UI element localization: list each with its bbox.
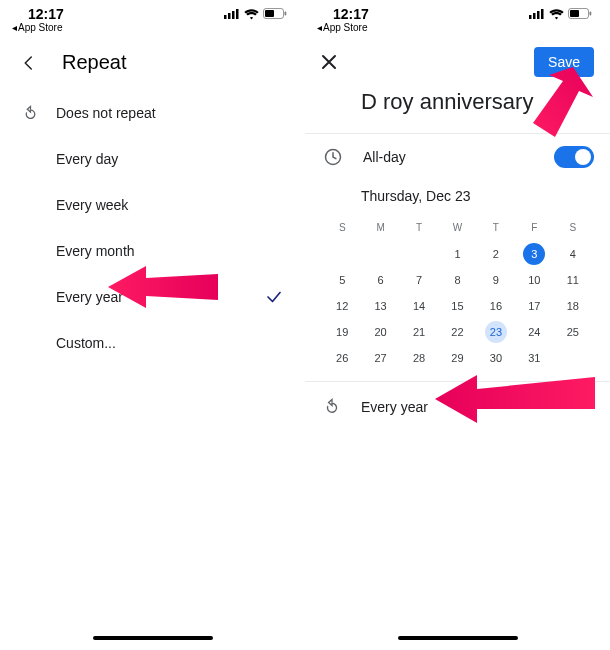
calendar-day[interactable]: 12 bbox=[323, 293, 361, 319]
calendar-weekday: M bbox=[361, 216, 399, 241]
calendar-day[interactable]: 18 bbox=[554, 293, 592, 319]
status-time: 12:17 bbox=[28, 6, 64, 22]
calendar-day[interactable]: 19 bbox=[323, 319, 361, 345]
calendar-day[interactable]: 2 bbox=[477, 241, 515, 267]
calendar-weekday: W bbox=[438, 216, 476, 241]
repeat-option-label: Does not repeat bbox=[56, 105, 156, 121]
event-title[interactable]: D roy anniversary bbox=[305, 85, 610, 133]
calendar-day[interactable]: 31 bbox=[515, 345, 553, 371]
svg-rect-13 bbox=[590, 12, 592, 16]
calendar-weekday: T bbox=[400, 216, 438, 241]
svg-rect-10 bbox=[541, 9, 544, 19]
repeat-option[interactable]: Custom... bbox=[0, 320, 305, 366]
calendar-day bbox=[361, 241, 399, 267]
calendar-day[interactable]: 3 bbox=[515, 241, 553, 267]
repeat-icon bbox=[323, 398, 341, 416]
repeat-option-label: Every month bbox=[56, 243, 135, 259]
svg-rect-3 bbox=[236, 9, 239, 19]
status-time: 12:17 bbox=[333, 6, 369, 22]
calendar-day[interactable]: 21 bbox=[400, 319, 438, 345]
calendar-day[interactable]: 30 bbox=[477, 345, 515, 371]
signal-icon bbox=[224, 9, 240, 19]
status-bar: 12:17 bbox=[305, 0, 610, 22]
calendar: SMTWTFS 12345678910111213141516171819202… bbox=[305, 216, 610, 381]
calendar-day[interactable]: 22 bbox=[438, 319, 476, 345]
calendar-day[interactable]: 16 bbox=[477, 293, 515, 319]
calendar-weekday: F bbox=[515, 216, 553, 241]
calendar-weekday: S bbox=[323, 216, 361, 241]
calendar-day[interactable]: 28 bbox=[400, 345, 438, 371]
calendar-day[interactable]: 13 bbox=[361, 293, 399, 319]
status-bar: 12:17 bbox=[0, 0, 305, 22]
svg-rect-2 bbox=[232, 11, 235, 19]
repeat-option-label: Every year bbox=[56, 289, 123, 305]
check-icon bbox=[265, 288, 283, 306]
calendar-day[interactable]: 11 bbox=[554, 267, 592, 293]
back-to-appstore[interactable]: App Store bbox=[0, 22, 305, 33]
allday-label: All-day bbox=[363, 149, 406, 165]
clock-icon bbox=[323, 147, 343, 167]
date-heading[interactable]: Thursday, Dec 23 bbox=[305, 180, 610, 216]
calendar-weekday-header: SMTWTFS bbox=[323, 216, 592, 241]
svg-rect-5 bbox=[265, 10, 274, 17]
wifi-icon bbox=[244, 9, 259, 20]
repeat-option[interactable]: Every year bbox=[0, 274, 305, 320]
save-button[interactable]: Save bbox=[534, 47, 594, 77]
svg-rect-12 bbox=[570, 10, 579, 17]
calendar-day[interactable]: 4 bbox=[554, 241, 592, 267]
status-indicators bbox=[529, 8, 592, 20]
repeat-summary-row[interactable]: Every year bbox=[305, 382, 610, 432]
calendar-day[interactable]: 25 bbox=[554, 319, 592, 345]
repeat-option-label: Every week bbox=[56, 197, 128, 213]
calendar-day[interactable]: 7 bbox=[400, 267, 438, 293]
calendar-day[interactable]: 27 bbox=[361, 345, 399, 371]
wifi-icon bbox=[549, 9, 564, 20]
repeat-header: Repeat bbox=[0, 33, 305, 84]
calendar-day[interactable]: 24 bbox=[515, 319, 553, 345]
svg-rect-7 bbox=[529, 15, 532, 19]
svg-rect-6 bbox=[285, 12, 287, 16]
page-title: Repeat bbox=[62, 51, 127, 74]
signal-icon bbox=[529, 9, 545, 19]
calendar-day[interactable]: 10 bbox=[515, 267, 553, 293]
repeat-option[interactable]: Every month bbox=[0, 228, 305, 274]
calendar-day bbox=[400, 241, 438, 267]
repeat-option[interactable]: Does not repeat bbox=[0, 90, 305, 136]
calendar-day[interactable]: 9 bbox=[477, 267, 515, 293]
svg-rect-0 bbox=[224, 15, 227, 19]
calendar-day[interactable]: 20 bbox=[361, 319, 399, 345]
home-indicator[interactable] bbox=[398, 636, 518, 640]
calendar-day[interactable]: 26 bbox=[323, 345, 361, 371]
screen-event: 12:17 App Store Save D roy anniversary A… bbox=[305, 0, 610, 650]
repeat-summary-label: Every year bbox=[361, 399, 428, 415]
calendar-weekday: S bbox=[554, 216, 592, 241]
repeat-option[interactable]: Every day bbox=[0, 136, 305, 182]
repeat-option[interactable]: Every week bbox=[0, 182, 305, 228]
status-indicators bbox=[224, 8, 287, 20]
svg-rect-1 bbox=[228, 13, 231, 19]
battery-icon bbox=[568, 8, 592, 20]
repeat-options-list: Does not repeatEvery dayEvery weekEvery … bbox=[0, 84, 305, 366]
calendar-day[interactable]: 15 bbox=[438, 293, 476, 319]
calendar-day[interactable]: 29 bbox=[438, 345, 476, 371]
home-indicator[interactable] bbox=[93, 636, 213, 640]
back-to-appstore[interactable]: App Store bbox=[305, 22, 610, 33]
calendar-grid: 1234567891011121314151617181920212223242… bbox=[323, 241, 592, 371]
calendar-day[interactable]: 23 bbox=[477, 319, 515, 345]
event-header: Save bbox=[305, 33, 610, 85]
close-icon[interactable] bbox=[321, 54, 345, 70]
calendar-day[interactable]: 8 bbox=[438, 267, 476, 293]
calendar-day[interactable]: 14 bbox=[400, 293, 438, 319]
calendar-day[interactable]: 5 bbox=[323, 267, 361, 293]
svg-rect-9 bbox=[537, 11, 540, 19]
calendar-day[interactable]: 17 bbox=[515, 293, 553, 319]
repeat-option-label: Custom... bbox=[56, 335, 116, 351]
back-icon[interactable] bbox=[20, 54, 38, 72]
calendar-day[interactable]: 6 bbox=[361, 267, 399, 293]
calendar-weekday: T bbox=[477, 216, 515, 241]
repeat-icon bbox=[22, 105, 56, 122]
calendar-day bbox=[554, 345, 592, 371]
calendar-day[interactable]: 1 bbox=[438, 241, 476, 267]
allday-toggle[interactable] bbox=[554, 146, 594, 168]
allday-row: All-day bbox=[305, 134, 610, 180]
